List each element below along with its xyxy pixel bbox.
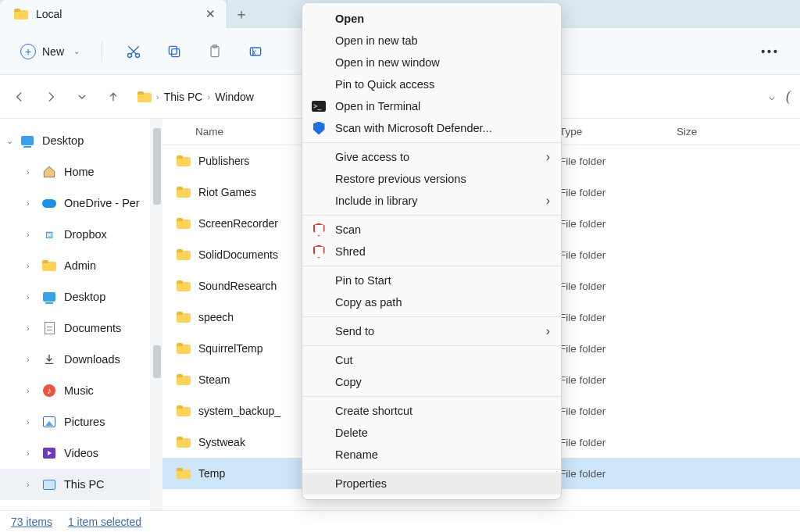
chevron-right-icon[interactable]: › xyxy=(27,417,30,427)
cut-button[interactable] xyxy=(116,36,151,67)
menu-include-in-library[interactable]: Include in library xyxy=(302,190,561,212)
menu-copy[interactable]: Copy xyxy=(302,371,561,393)
menu-give-access-to[interactable]: Give access to xyxy=(302,146,561,168)
chevron-right-icon[interactable]: › xyxy=(27,198,30,208)
menu-separator xyxy=(302,215,561,216)
menu-label: Rename xyxy=(335,448,378,461)
menu-open[interactable]: Open xyxy=(302,8,561,30)
sidebar-item-label: This PC xyxy=(64,478,105,491)
folder-icon xyxy=(42,259,56,273)
sidebar-item-music[interactable]: ›♪Music xyxy=(0,375,162,406)
sidebar-item-label: Videos xyxy=(64,447,98,459)
breadcrumb-item[interactable]: This PC xyxy=(164,91,203,103)
sidebar-item-documents[interactable]: ›Documents xyxy=(0,312,162,344)
menu-shred[interactable]: Shred xyxy=(302,241,561,262)
sidebar-item-pictures[interactable]: ›Pictures xyxy=(0,406,162,437)
menu-scan[interactable]: Scan xyxy=(302,219,561,241)
sidebar-item-label: Desktop xyxy=(42,134,84,147)
rename-button[interactable] xyxy=(238,36,273,67)
new-button[interactable]: + New ⌄ xyxy=(12,39,88,64)
sidebar-item-dropbox[interactable]: ›⧈Dropbox xyxy=(0,219,162,250)
chevron-right-icon[interactable]: › xyxy=(27,261,30,270)
chevron-right-icon[interactable]: › xyxy=(27,480,30,489)
chevron-right-icon[interactable]: › xyxy=(27,448,30,458)
menu-properties[interactable]: Properties xyxy=(302,473,561,495)
recent-button[interactable] xyxy=(70,85,94,109)
file-name: Riot Games xyxy=(198,186,256,198)
sidebar-item-desktop[interactable]: ⌄Desktop xyxy=(0,125,162,156)
menu-label: Pin to Quick access xyxy=(335,78,434,91)
back-button[interactable] xyxy=(8,85,31,109)
menu-label: Pin to Start xyxy=(335,274,391,287)
sidebar-item-onedrive[interactable]: ›OneDrive - Per xyxy=(0,187,162,219)
chevron-right-icon[interactable]: › xyxy=(27,323,30,333)
file-type: File folder xyxy=(559,343,677,355)
sidebar-item-home[interactable]: ›Home xyxy=(0,156,162,187)
file-type: File folder xyxy=(559,468,677,480)
refresh-icon[interactable]: ( xyxy=(786,88,791,105)
dropbox-icon: ⧈ xyxy=(42,227,56,241)
toolbar-separator xyxy=(102,41,102,62)
file-name: system_backup_ xyxy=(198,405,280,417)
menu-pin-to-quick-access[interactable]: Pin to Quick access xyxy=(302,73,561,95)
menu-pin-to-start[interactable]: Pin to Start xyxy=(302,270,561,291)
file-name: ScreenRecorder xyxy=(198,217,278,230)
menu-create-shortcut[interactable]: Create shortcut xyxy=(302,400,561,422)
menu-open-in-terminal[interactable]: >_Open in Terminal xyxy=(302,95,561,117)
paste-button[interactable] xyxy=(198,36,232,67)
forward-button[interactable] xyxy=(39,85,62,109)
menu-label: Cut xyxy=(335,354,353,366)
chevron-down-icon[interactable]: ⌄ xyxy=(6,136,13,146)
menu-label: Scan xyxy=(335,223,361,236)
menu-label: Copy xyxy=(335,376,362,388)
breadcrumb-item[interactable]: Window xyxy=(215,91,254,103)
sidebar-item-videos[interactable]: ›Videos xyxy=(0,437,162,469)
menu-open-in-new-window[interactable]: Open in new window xyxy=(302,52,561,73)
menu-label: Give access to xyxy=(335,151,409,163)
status-selected: 1 item selected xyxy=(68,516,141,528)
sidebar-item-desktop[interactable]: ›Desktop xyxy=(0,281,162,312)
copy-button[interactable] xyxy=(157,36,191,67)
file-type: File folder xyxy=(559,218,677,230)
menu-cut[interactable]: Cut xyxy=(302,349,561,371)
folder-icon xyxy=(177,437,191,448)
menu-copy-as-path[interactable]: Copy as path xyxy=(302,291,561,313)
tab-local[interactable]: Local ✕ xyxy=(0,0,227,28)
folder-icon xyxy=(177,249,191,260)
file-type: File folder xyxy=(559,437,677,448)
menu-send-to[interactable]: Send to xyxy=(302,320,561,342)
menu-scan-with-microsoft-defender[interactable]: Scan with Microsoft Defender... xyxy=(302,117,561,139)
file-name: Systweak xyxy=(198,436,245,448)
up-button[interactable] xyxy=(102,85,125,109)
menu-rename[interactable]: Rename xyxy=(302,444,561,466)
desktop-icon xyxy=(42,290,56,304)
chevron-right-icon[interactable]: › xyxy=(27,386,30,395)
menu-restore-previous-versions[interactable]: Restore previous versions xyxy=(302,168,561,190)
file-type: File folder xyxy=(559,405,677,417)
sidebar-scrollbar[interactable] xyxy=(150,119,162,510)
sidebar-item-admin[interactable]: ›Admin xyxy=(0,250,162,281)
chevron-right-icon[interactable]: › xyxy=(27,167,30,177)
col-size[interactable]: Size xyxy=(677,126,800,137)
sidebar-item-this[interactable]: ›This PC xyxy=(0,469,162,500)
chevron-down-icon[interactable]: ⌵ xyxy=(769,91,775,102)
menu-label: Restore previous versions xyxy=(335,173,466,185)
menu-open-in-new-tab[interactable]: Open in new tab xyxy=(302,30,561,52)
chevron-right-icon[interactable]: › xyxy=(27,230,30,239)
close-tab-icon[interactable]: ✕ xyxy=(205,7,216,21)
file-name: Steam xyxy=(198,373,230,386)
col-type[interactable]: Type xyxy=(559,126,677,137)
sidebar-item-label: Downloads xyxy=(64,353,120,366)
menu-delete[interactable]: Delete xyxy=(302,422,561,444)
folder-icon xyxy=(177,155,191,166)
sidebar-item-downloads[interactable]: ›Downloads xyxy=(0,344,162,375)
chevron-right-icon[interactable]: › xyxy=(27,292,30,302)
new-tab-button[interactable]: ＋ xyxy=(227,0,255,28)
chevron-right-icon[interactable]: › xyxy=(27,355,30,364)
desktop-icon xyxy=(20,134,34,148)
menu-separator xyxy=(302,345,561,346)
file-type: File folder xyxy=(559,187,677,198)
chevron-right-icon: › xyxy=(207,92,210,102)
sidebar-item-label: Documents xyxy=(64,322,121,334)
more-button[interactable]: ••• xyxy=(753,45,788,58)
